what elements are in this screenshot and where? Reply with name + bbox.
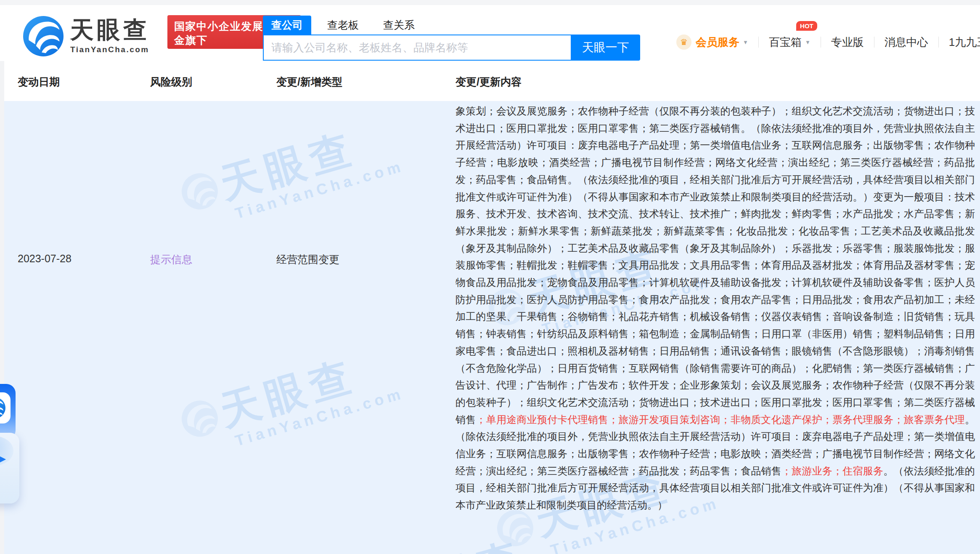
nav-professional-edition[interactable]: 专业版 — [831, 35, 864, 50]
watermark-swirl-icon — [177, 396, 222, 441]
search-tabs: 查公司 查老板 查关系 — [263, 16, 640, 35]
search-box: 天眼一下 — [263, 35, 640, 61]
nav-messages-label: 消息中心 — [885, 35, 928, 50]
logo-brand-text: 天眼查 — [70, 18, 150, 42]
cell-change-type: 经营范围变更 — [276, 253, 339, 266]
nav-message-center[interactable]: 消息中心 — [885, 35, 928, 50]
app-promo-banner[interactable] — [0, 384, 16, 439]
column-header-change-content: 变更/更新内容 — [456, 75, 522, 89]
nav-vip-label: 会员服务 — [696, 35, 739, 50]
app-promo-widget[interactable]: ▶ P — [0, 384, 21, 503]
logo-domain-text: TianYanCha.com — [70, 45, 150, 54]
search-button[interactable]: 天眼一下 — [571, 35, 640, 61]
nav-divider — [874, 37, 874, 48]
nav-divider — [938, 37, 939, 48]
tianyancha-watermark: 天眼查 TianYanCha.com — [345, 524, 574, 554]
cell-risk-level-link[interactable]: 提示信息 — [150, 253, 192, 266]
column-header-change-type: 变更/新增类型 — [276, 75, 342, 89]
table-row: 天眼查 TianYanCha.com 天眼查 TianYanCha.com 天眼… — [4, 101, 980, 554]
nav-divider — [758, 37, 759, 48]
column-header-change-date: 变动日期 — [18, 75, 60, 89]
change-record-table: 变动日期 风险级别 变更/新增类型 变更/更新内容 天眼查 TianYanCha… — [4, 61, 980, 554]
tianyancha-swirl-icon — [23, 16, 64, 56]
nav-divider — [821, 37, 821, 48]
search-area: 查公司 查老板 查关系 天眼一下 — [263, 16, 640, 61]
nav-treasure-box[interactable]: HOT 百宝箱 ▼ — [769, 35, 810, 50]
nav-pro-label: 专业版 — [831, 35, 864, 50]
hot-badge: HOT — [796, 21, 817, 31]
tianyancha-app-icon — [0, 392, 11, 423]
top-nav: ♛ 会员服务 ▼ HOT 百宝箱 ▼ 专业版 消息中心 1九九三 — [676, 35, 980, 50]
search-input[interactable] — [263, 35, 571, 61]
content-segment-highlighted: ；单用途商业预付卡代理销售；旅游开发项目策划咨询；非物质文化遗产保护；票务代理服… — [476, 414, 965, 425]
tab-search-boss[interactable]: 查老板 — [319, 16, 367, 35]
play-icon: ▶ — [0, 452, 6, 465]
crown-icon: ♛ — [676, 35, 691, 50]
tianyancha-watermark: 天眼查 TianYanCha.com — [177, 343, 406, 462]
chevron-down-icon: ▼ — [743, 39, 748, 45]
app-promo-card[interactable]: ▶ P — [0, 433, 19, 503]
nav-treasure-label: 百宝箱 — [769, 35, 802, 50]
cell-change-content: 象策划；会议及展览服务；农作物种子经营（仅限不再分装的包装种子）；组织文化艺术交… — [456, 103, 975, 514]
content-segment: 象策划；会议及展览服务；农作物种子经营（仅限不再分装的包装种子）；组织文化艺术交… — [456, 105, 975, 425]
tab-search-company[interactable]: 查公司 — [263, 16, 311, 35]
nav-vip-services[interactable]: ♛ 会员服务 ▼ — [676, 35, 748, 50]
site-header: 天眼查 TianYanCha.com 国家中小企业发展子基金旗下 官方备案企业征… — [0, 5, 980, 61]
tianyancha-watermark: 天眼查 TianYanCha.com — [177, 116, 406, 235]
nav-user-account[interactable]: 1九九三 — [949, 35, 980, 50]
watermark-swirl-icon — [177, 169, 222, 213]
cell-change-date: 2023-07-28 — [18, 253, 72, 265]
top-strip — [0, 0, 980, 5]
table-header-row: 变动日期 风险级别 变更/新增类型 变更/更新内容 — [4, 61, 980, 101]
chevron-down-icon: ▼ — [805, 39, 810, 45]
tianyancha-logo[interactable]: 天眼查 TianYanCha.com — [23, 16, 150, 56]
content-segment-highlighted: ；旅游业务；住宿服务 — [781, 465, 883, 477]
tab-search-relation[interactable]: 查关系 — [375, 16, 423, 35]
nav-user-label: 1九九三 — [949, 35, 980, 50]
column-header-risk-level: 风险级别 — [150, 75, 192, 89]
